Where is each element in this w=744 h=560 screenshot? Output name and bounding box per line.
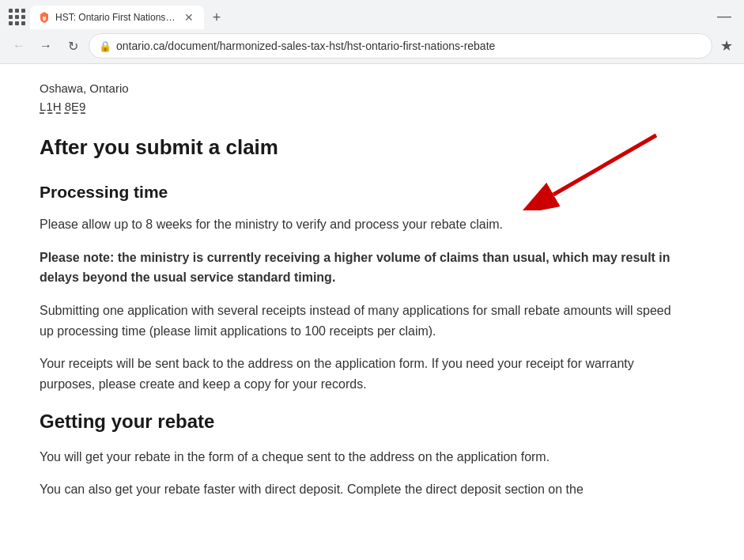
minimize-button[interactable]: — <box>711 8 738 25</box>
processing-time-section: Processing time Please allow up to 8 wee… <box>40 179 672 395</box>
address-bar[interactable]: 🔒 ontario.ca/document/harmonized-sales-t… <box>89 33 712 59</box>
address-block: Oshawa, Ontario L1H 8E9 <box>40 80 672 115</box>
processing-time-heading: Processing time <box>40 179 672 206</box>
new-tab-button[interactable]: + <box>206 6 228 28</box>
rebate-para2: You can also get your rebate faster with… <box>40 479 672 500</box>
url-text: ontario.ca/document/harmonized-sales-tax… <box>116 40 702 52</box>
rebate-heading: Getting your rebate <box>40 407 672 437</box>
tab-close-button[interactable]: ✕ <box>182 10 196 25</box>
bookmark-button[interactable]: ★ <box>717 34 736 58</box>
processing-para2: Submitting one application with several … <box>40 301 672 341</box>
rebate-section: Getting your rebate You will get your re… <box>40 407 672 500</box>
processing-para3: Your receipts will be sent back to the a… <box>40 354 672 394</box>
window-controls: — <box>711 8 738 28</box>
address-bar-row: ← → ↻ 🔒 ontario.ca/document/harmonized-s… <box>0 30 744 63</box>
address-postal: L1H 8E9 <box>40 98 672 116</box>
forward-button[interactable]: → <box>35 35 57 57</box>
processing-para1: Please allow up to 8 weeks for the minis… <box>40 214 672 235</box>
tab-title: HST: Ontario First Nations reba <box>55 12 177 23</box>
rebate-para1: You will get your rebate in the form of … <box>40 447 672 467</box>
page-content: Oshawa, Ontario L1H 8E9 After you submit… <box>0 64 712 528</box>
reload-button[interactable]: ↻ <box>62 35 84 57</box>
active-tab[interactable]: HST: Ontario First Nations reba ✕ <box>30 6 204 29</box>
tab-bar: HST: Ontario First Nations reba ✕ + — <box>0 0 744 30</box>
browser-chrome: HST: Ontario First Nations reba ✕ + — ← … <box>0 0 744 64</box>
main-heading: After you submit a claim <box>40 131 672 165</box>
apps-button[interactable] <box>6 6 28 28</box>
tab-favicon <box>38 11 51 24</box>
address-city: Oshawa, Ontario <box>40 80 672 98</box>
lock-icon: 🔒 <box>99 40 111 52</box>
back-button[interactable]: ← <box>8 35 30 57</box>
processing-bold-note: Please note: the ministry is currently r… <box>40 248 672 288</box>
